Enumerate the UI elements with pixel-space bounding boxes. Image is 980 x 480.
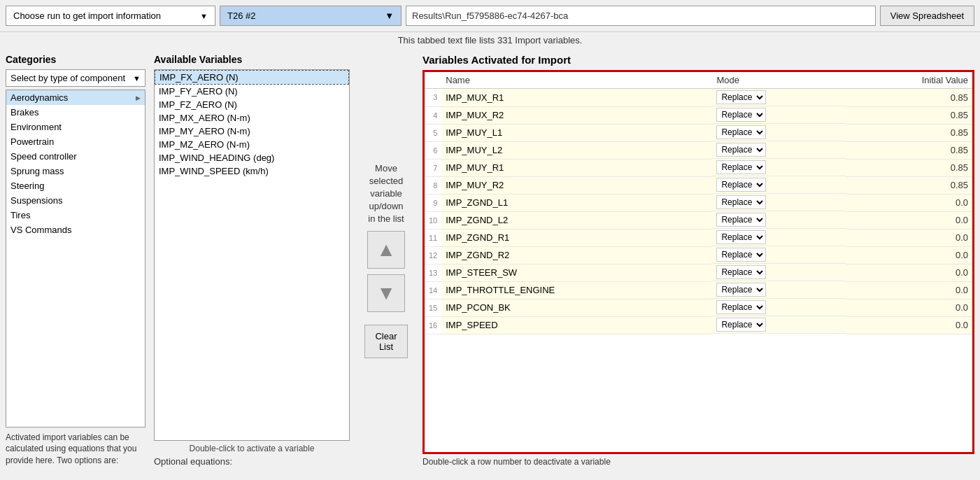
row-number[interactable]: 11 bbox=[425, 229, 441, 246]
mode-select[interactable]: Replace bbox=[716, 143, 766, 157]
table-row[interactable]: 10IMP_ZGND_L2Replace0.0 bbox=[425, 211, 972, 229]
category-item[interactable]: Powertrain bbox=[6, 134, 145, 149]
variable-item[interactable]: IMP_WIND_SPEED (km/h) bbox=[155, 164, 349, 178]
table-row[interactable]: 8IMP_MUY_R2Replace0.85 bbox=[425, 176, 972, 194]
optional-equations-label: Optional equations: bbox=[154, 456, 350, 467]
variable-item[interactable]: IMP_MX_AERO (N-m) bbox=[155, 111, 349, 125]
table-row[interactable]: 4IMP_MUX_R2Replace0.85 bbox=[425, 106, 972, 124]
run-dropdown-arrow: ▼ bbox=[385, 10, 394, 21]
category-item[interactable]: Steering bbox=[6, 178, 145, 193]
clear-list-label: ClearList bbox=[375, 331, 397, 352]
mode-select[interactable]: Replace bbox=[716, 230, 766, 244]
path-field: Results\Run_f5795886-ec74-4267-bca bbox=[406, 6, 876, 26]
category-item[interactable]: Sprung mass bbox=[6, 164, 145, 178]
run-value: T26 #2 bbox=[227, 10, 255, 21]
mode-select[interactable]: Replace bbox=[716, 300, 766, 314]
category-item[interactable]: Suspensions bbox=[6, 193, 145, 208]
category-item[interactable]: Brakes bbox=[6, 105, 145, 120]
category-item[interactable]: Speed controller bbox=[6, 149, 145, 164]
row-number[interactable]: 12 bbox=[425, 246, 441, 264]
mode-select[interactable]: Replace bbox=[716, 213, 766, 227]
info-bar: This tabbed text file lists 331 Import v… bbox=[0, 32, 980, 48]
clear-list-button[interactable]: ClearList bbox=[364, 325, 407, 358]
row-number[interactable]: 5 bbox=[425, 124, 441, 141]
category-filter-dropdown[interactable]: Select by type of component ▼ bbox=[6, 69, 145, 87]
row-initial-value: 0.85 bbox=[846, 124, 972, 141]
mode-select[interactable]: Replace bbox=[716, 318, 766, 332]
var-hint: Double-click to activate a variable bbox=[154, 444, 350, 453]
activated-panel: Variables Activated for Import Name Mode… bbox=[422, 54, 974, 467]
table-row[interactable]: 14IMP_THROTTLE_ENGINEReplace0.0 bbox=[425, 281, 972, 299]
row-variable-name: IMP_MUX_R2 bbox=[441, 106, 712, 124]
category-item[interactable]: Environment bbox=[6, 120, 145, 134]
row-mode-cell: Replace bbox=[712, 176, 846, 194]
move-up-button[interactable]: ▲ bbox=[367, 231, 405, 269]
row-number[interactable]: 3 bbox=[425, 89, 441, 107]
row-mode-cell: Replace bbox=[712, 264, 846, 281]
activated-title: Variables Activated for Import bbox=[422, 54, 974, 66]
table-row[interactable]: 11IMP_ZGND_R1Replace0.0 bbox=[425, 229, 972, 246]
table-row[interactable]: 3IMP_MUX_R1Replace0.85 bbox=[425, 89, 972, 107]
view-spreadsheet-button[interactable]: View Spreadsheet bbox=[880, 6, 974, 26]
mode-select[interactable]: Replace bbox=[716, 283, 766, 297]
table-row[interactable]: 7IMP_MUY_R1Replace0.85 bbox=[425, 159, 972, 176]
move-label: Moveselectedvariableup/downin the list bbox=[368, 162, 404, 226]
variable-item[interactable]: IMP_MY_AERO (N-m) bbox=[155, 125, 349, 138]
available-variables-panel: Available Variables IMP_FX_AERO (N)IMP_F… bbox=[154, 54, 350, 467]
variable-item[interactable]: IMP_FZ_AERO (N) bbox=[155, 98, 349, 111]
mode-select[interactable]: Replace bbox=[716, 195, 766, 209]
table-row[interactable]: 15IMP_PCON_BKReplace0.0 bbox=[425, 299, 972, 316]
row-number[interactable]: 13 bbox=[425, 264, 441, 281]
row-initial-value: 0.0 bbox=[846, 229, 972, 246]
mode-select[interactable]: Replace bbox=[716, 108, 766, 122]
variable-list: IMP_FX_AERO (N)IMP_FY_AERO (N)IMP_FZ_AER… bbox=[154, 69, 350, 441]
table-row[interactable]: 5IMP_MUY_L1Replace0.85 bbox=[425, 124, 972, 141]
row-mode-cell: Replace bbox=[712, 89, 846, 106]
col-name: Name bbox=[441, 72, 712, 89]
table-row[interactable]: 16IMP_SPEEDReplace0.0 bbox=[425, 316, 972, 334]
variable-item[interactable]: IMP_WIND_HEADING (deg) bbox=[155, 151, 349, 164]
row-mode-cell: Replace bbox=[712, 246, 846, 264]
table-row[interactable]: 9IMP_ZGND_L1Replace0.0 bbox=[425, 194, 972, 211]
row-variable-name: IMP_ZGND_R1 bbox=[441, 229, 712, 246]
table-row[interactable]: 13IMP_STEER_SWReplace0.0 bbox=[425, 264, 972, 281]
row-variable-name: IMP_MUY_L2 bbox=[441, 141, 712, 159]
mode-select[interactable]: Replace bbox=[716, 90, 766, 104]
move-down-button[interactable]: ▼ bbox=[367, 274, 405, 312]
variable-item[interactable]: IMP_MZ_AERO (N-m) bbox=[155, 138, 349, 151]
run-select-button[interactable]: Choose run to get import information ▼ bbox=[6, 6, 215, 26]
mode-select[interactable]: Replace bbox=[716, 178, 766, 192]
table-row[interactable]: 12IMP_ZGND_R2Replace0.0 bbox=[425, 246, 972, 264]
row-number[interactable]: 9 bbox=[425, 194, 441, 211]
row-number[interactable]: 16 bbox=[425, 316, 441, 334]
category-filter-label: Select by type of component bbox=[10, 73, 125, 83]
row-number[interactable]: 6 bbox=[425, 141, 441, 159]
mode-select[interactable]: Replace bbox=[716, 160, 766, 174]
variable-item[interactable]: IMP_FX_AERO (N) bbox=[155, 70, 349, 85]
categories-title: Categories bbox=[6, 54, 145, 65]
row-initial-value: 0.0 bbox=[846, 194, 972, 211]
variable-item[interactable]: IMP_FY_AERO (N) bbox=[155, 85, 349, 98]
row-number[interactable]: 10 bbox=[425, 211, 441, 229]
category-item[interactable]: Aerodynamics▶ bbox=[6, 90, 145, 105]
row-number[interactable]: 7 bbox=[425, 159, 441, 176]
mode-select[interactable]: Replace bbox=[716, 125, 766, 139]
category-item[interactable]: Tires bbox=[6, 208, 145, 223]
category-item[interactable]: VS Commands bbox=[6, 223, 145, 237]
row-number[interactable]: 14 bbox=[425, 281, 441, 299]
row-initial-value: 0.85 bbox=[846, 89, 972, 107]
move-panel: Moveselectedvariableup/downin the list ▲… bbox=[358, 54, 414, 467]
row-number[interactable]: 4 bbox=[425, 106, 441, 124]
row-mode-cell: Replace bbox=[712, 229, 846, 246]
row-initial-value: 0.85 bbox=[846, 176, 972, 194]
top-bar: Choose run to get import information ▼ T… bbox=[0, 0, 980, 32]
mode-select[interactable]: Replace bbox=[716, 265, 766, 279]
row-mode-cell: Replace bbox=[712, 124, 846, 141]
row-number[interactable]: 8 bbox=[425, 176, 441, 194]
run-dropdown[interactable]: T26 #2 ▼ bbox=[220, 6, 402, 26]
move-down-icon: ▼ bbox=[376, 282, 396, 304]
mode-select[interactable]: Replace bbox=[716, 248, 766, 262]
row-number[interactable]: 15 bbox=[425, 299, 441, 316]
row-mode-cell: Replace bbox=[712, 106, 846, 124]
table-row[interactable]: 6IMP_MUY_L2Replace0.85 bbox=[425, 141, 972, 159]
